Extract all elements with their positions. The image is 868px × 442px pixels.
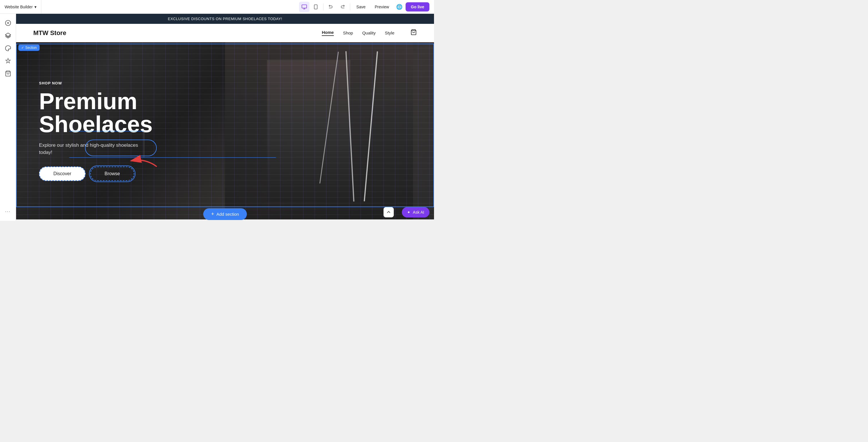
svg-rect-0 bbox=[302, 5, 307, 8]
nav-home[interactable]: Home bbox=[322, 30, 334, 36]
sidebar-store-icon[interactable] bbox=[2, 68, 14, 79]
announcement-bar: EXCLUSIVE DISCOUNTS ON PREMIUM SHOELACES… bbox=[16, 14, 434, 24]
discover-button[interactable]: Discover bbox=[39, 167, 86, 181]
selection-line-bottom bbox=[69, 157, 276, 158]
navigation: MTW Store Home Shop Quality Style bbox=[16, 24, 434, 42]
brand-label: Website Builder bbox=[5, 5, 33, 9]
announcement-text: EXCLUSIVE DISCOUNTS ON PREMIUM SHOELACES… bbox=[168, 17, 282, 21]
nav-style[interactable]: Style bbox=[385, 30, 394, 35]
brand[interactable]: Website Builder ▾ bbox=[0, 0, 41, 13]
ask-ai-icon: ✦ bbox=[407, 210, 410, 214]
nav-quality[interactable]: Quality bbox=[362, 30, 376, 35]
ask-ai-button[interactable]: ✦ Ask AI bbox=[402, 207, 429, 217]
section-badge[interactable]: ✓ Section bbox=[19, 45, 40, 51]
ask-ai-label: Ask AI bbox=[413, 210, 424, 214]
selection-line-right bbox=[144, 131, 144, 158]
svg-rect-1 bbox=[314, 5, 317, 9]
hero-label: SHOP NOW bbox=[39, 81, 411, 85]
add-section-button[interactable]: + Add section bbox=[203, 208, 247, 220]
desktop-view-button[interactable] bbox=[299, 2, 309, 12]
sidebar-paint-icon[interactable] bbox=[2, 42, 14, 54]
save-button[interactable]: Save bbox=[352, 3, 370, 11]
language-button[interactable]: 🌐 bbox=[394, 2, 404, 12]
site-logo[interactable]: MTW Store bbox=[33, 29, 322, 37]
nav-shop[interactable]: Shop bbox=[343, 30, 353, 35]
go-live-button[interactable]: Go live bbox=[406, 2, 429, 11]
hero-section: SHOP NOW Premium Shoelaces Explore our s… bbox=[16, 42, 434, 219]
add-section-plus-icon: + bbox=[211, 211, 214, 217]
topbar-right: Save Preview 🌐 Go live bbox=[294, 2, 434, 12]
sidebar-add-icon[interactable] bbox=[2, 17, 14, 29]
cart-icon[interactable] bbox=[410, 29, 417, 37]
sidebar: ··· bbox=[0, 14, 16, 221]
main-canvas-area: EXCLUSIVE DISCOUNTS ON PREMIUM SHOELACES… bbox=[16, 14, 434, 221]
add-section-label: Add section bbox=[216, 212, 239, 216]
sidebar-ai-icon[interactable] bbox=[2, 55, 14, 67]
mobile-view-button[interactable] bbox=[311, 2, 321, 12]
hero-buttons: Discover Browse bbox=[39, 167, 411, 181]
nav-links: Home Shop Quality Style bbox=[322, 29, 417, 37]
sidebar-layers-icon[interactable] bbox=[2, 30, 14, 41]
section-label: Section bbox=[25, 46, 37, 50]
redo-button[interactable] bbox=[337, 2, 348, 12]
undo-button[interactable] bbox=[326, 2, 336, 12]
selection-line-top bbox=[69, 131, 144, 131]
browse-button[interactable]: Browse bbox=[90, 167, 134, 181]
hero-subtitle[interactable]: Explore our stylish and high-quality sho… bbox=[39, 142, 143, 156]
hero-title[interactable]: Premium Shoelaces bbox=[39, 90, 234, 136]
add-section-bar: + Add section bbox=[16, 207, 434, 221]
brand-chevron: ▾ bbox=[34, 5, 36, 9]
sidebar-more-icon[interactable]: ··· bbox=[2, 206, 14, 217]
section-check-icon: ✓ bbox=[21, 46, 24, 50]
scroll-up-button[interactable] bbox=[383, 207, 394, 217]
preview-button[interactable]: Preview bbox=[371, 3, 393, 11]
topbar: Website Builder ▾ bbox=[0, 0, 434, 14]
